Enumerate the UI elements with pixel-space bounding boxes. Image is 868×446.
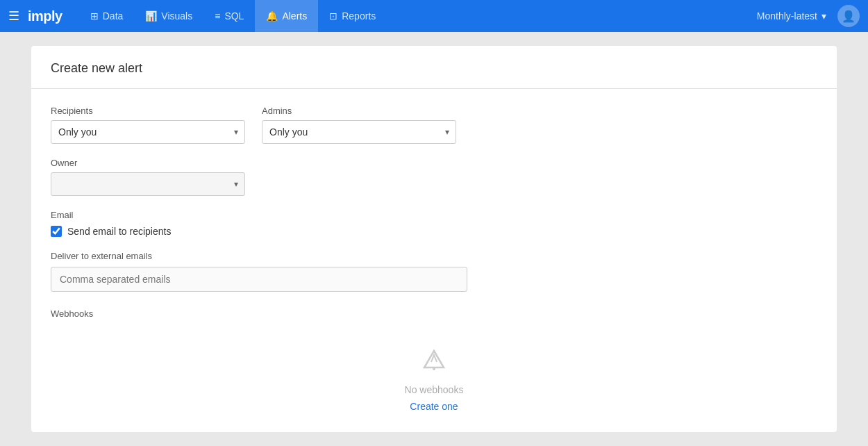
webhooks-empty-state: No webhooks Create one — [51, 324, 817, 433]
account-icon: 👤 — [842, 10, 856, 23]
admins-select[interactable]: Only you All users Custom — [262, 120, 456, 144]
hamburger-icon[interactable]: ☰ — [8, 8, 19, 24]
owner-select[interactable] — [51, 172, 245, 196]
monthly-latest-dropdown[interactable]: Monthly-latest ▾ — [746, 0, 837, 32]
recipients-group: Recipients Only you All users Custom ▾ — [51, 106, 245, 144]
send-email-row: Send email to recipients — [51, 226, 817, 237]
card-header: Create new alert — [31, 46, 837, 89]
admins-label: Admins — [262, 106, 456, 116]
send-email-label: Send email to recipients — [67, 226, 171, 237]
nav-label-sql: SQL — [224, 10, 244, 22]
webhooks-label: Webhooks — [51, 308, 817, 319]
recipients-select[interactable]: Only you All users Custom — [51, 120, 245, 144]
dropdown-chevron-icon: ▾ — [821, 10, 826, 22]
webhooks-empty-icon — [417, 345, 451, 379]
nav-label-data: Data — [103, 10, 124, 22]
owner-label: Owner — [51, 158, 817, 168]
nav-label-reports: Reports — [342, 10, 376, 22]
nav-item-visuals[interactable]: 📊 Visuals — [134, 0, 203, 32]
webhooks-section: Webhooks No webhooks Create one — [51, 308, 817, 433]
visuals-icon: 📊 — [145, 10, 157, 22]
email-section-label: Email — [51, 210, 817, 220]
nav-item-sql[interactable]: ≡ SQL — [203, 0, 255, 32]
monthly-latest-label: Monthly-latest — [757, 10, 817, 22]
deliver-external-label: Deliver to external emails — [51, 251, 817, 261]
user-avatar[interactable]: 👤 — [837, 5, 860, 27]
external-email-input[interactable] — [51, 267, 467, 292]
send-email-checkbox[interactable] — [51, 226, 62, 237]
owner-group: Owner ▾ — [51, 158, 817, 196]
nav-label-alerts: Alerts — [282, 10, 307, 22]
brand-logo: imply — [28, 8, 62, 24]
admins-select-wrapper: Only you All users Custom ▾ — [262, 120, 456, 144]
admins-group: Admins Only you All users Custom ▾ — [262, 106, 456, 144]
nav-item-alerts[interactable]: 🔔 Alerts — [255, 0, 318, 32]
no-webhooks-text: No webhooks — [405, 384, 464, 395]
main-card: Create new alert Recipients Only you All… — [31, 46, 837, 432]
main-wrapper: Create new alert Recipients Only you All… — [0, 32, 868, 446]
email-section: Email Send email to recipients — [51, 210, 817, 237]
external-email-group: Deliver to external emails — [51, 251, 817, 292]
alerts-icon: 🔔 — [266, 10, 278, 22]
recipients-admins-row: Recipients Only you All users Custom ▾ A… — [51, 106, 817, 144]
data-icon: ⊞ — [90, 10, 99, 22]
svg-point-0 — [433, 367, 435, 370]
recipients-label: Recipients — [51, 106, 245, 116]
page-title: Create new alert — [51, 61, 817, 76]
nav-label-visuals: Visuals — [161, 10, 192, 22]
owner-select-wrapper: ▾ — [51, 172, 245, 196]
nav-item-reports[interactable]: ⊡ Reports — [318, 0, 387, 32]
nav-item-data[interactable]: ⊞ Data — [79, 0, 135, 32]
create-one-link[interactable]: Create one — [410, 401, 458, 412]
reports-icon: ⊡ — [329, 10, 337, 22]
recipients-select-wrapper: Only you All users Custom ▾ — [51, 120, 245, 144]
navbar: ☰ imply ⊞ Data 📊 Visuals ≡ SQL 🔔 Alerts … — [0, 0, 868, 32]
sql-icon: ≡ — [215, 10, 220, 22]
card-body: Recipients Only you All users Custom ▾ A… — [31, 89, 837, 446]
